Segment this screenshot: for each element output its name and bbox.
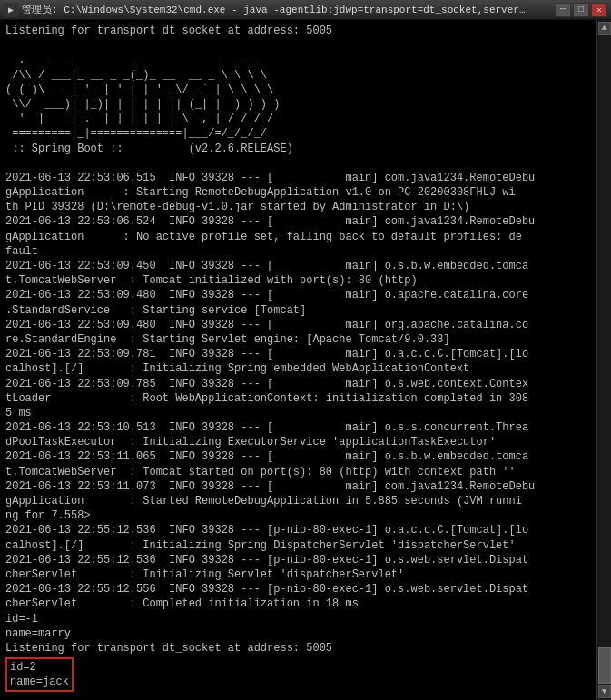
title-bar-text: 管理员: C:\Windows\System32\cmd.exe - java … (22, 3, 530, 16)
scroll-track[interactable] (598, 36, 611, 684)
scroll-up-button[interactable]: ▲ (598, 22, 611, 35)
console-line-log7: 2021-06-13 22:53:09.785 INFO 39328 --- [… (5, 378, 528, 419)
console-line-idneg1: id=-1 (5, 613, 38, 626)
console-highlighted-block: id=2 name=jack (5, 657, 74, 692)
console-line-log3: 2021-06-13 22:53:09.450 INFO 39328 --- [… (5, 260, 528, 287)
console-line-log8: 2021-06-13 22:53:10.513 INFO 39328 --- [… (5, 421, 528, 449)
window: ▶ 管理员: C:\Windows\System32\cmd.exe - jav… (0, 0, 611, 700)
close-button[interactable]: ✕ (591, 3, 607, 17)
minimize-button[interactable]: ─ (555, 3, 571, 17)
console-wrapper: Listening for transport dt_socket at add… (0, 20, 611, 700)
scrollbar[interactable]: ▲ ▼ (596, 20, 611, 700)
scroll-thumb[interactable] (598, 647, 611, 684)
maximize-button[interactable]: □ (573, 3, 589, 17)
console-line-log13: 2021-06-13 22:55:12.556 INFO 39328 --- [… (5, 583, 528, 610)
console-line-log10: 2021-06-13 22:53:11.073 INFO 39328 --- [… (5, 480, 535, 522)
console-line-art1: . ____ _ __ _ _ /\\ / ___'_ __ _ _(_)_ _… (5, 54, 293, 154)
title-bar: ▶ 管理员: C:\Windows\System32\cmd.exe - jav… (0, 0, 611, 20)
console-line-listening2: Listening for transport dt_socket at add… (5, 642, 332, 655)
console-line-log9: 2021-06-13 22:53:11.065 INFO 39328 --- [… (5, 450, 528, 478)
console-line-log4: 2021-06-13 22:53:09.480 INFO 39328 --- [… (5, 289, 528, 316)
scroll-down-button[interactable]: ▼ (598, 685, 611, 698)
title-bar-left: ▶ 管理员: C:\Windows\System32\cmd.exe - jav… (4, 3, 530, 17)
console-line-log2: 2021-06-13 22:53:06.524 INFO 39328 --- [… (5, 215, 535, 257)
console-line-log5: 2021-06-13 22:53:09.480 INFO 39328 --- [… (5, 319, 528, 346)
title-bar-controls: ─ □ ✕ (555, 3, 607, 17)
console-line-listening1: Listening for transport dt_socket at add… (5, 25, 332, 37)
console-line-log11: 2021-06-13 22:55:12.536 INFO 39328 --- [… (5, 524, 528, 551)
console-line-log12: 2021-06-13 22:55:12.536 INFO 39328 --- [… (5, 554, 528, 581)
console-output: Listening for transport dt_socket at add… (0, 20, 596, 700)
console-line-log6: 2021-06-13 22:53:09.781 INFO 39328 --- [… (5, 348, 528, 375)
console-line-log1: 2021-06-13 22:53:06.515 INFO 39328 --- [… (5, 172, 535, 213)
app-icon: ▶ (4, 3, 18, 17)
console-line-namemarry: name=marry (5, 627, 71, 640)
console-line-cursor (5, 693, 12, 700)
